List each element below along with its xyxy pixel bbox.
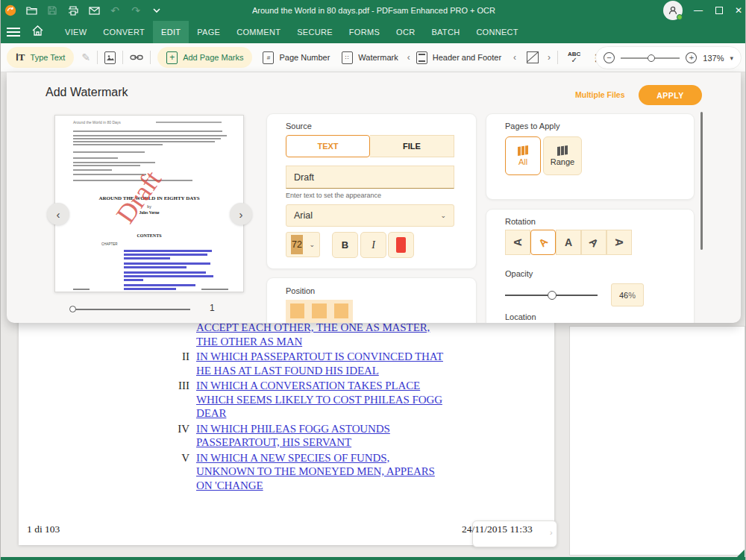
image-icon[interactable] bbox=[104, 51, 116, 64]
zoom-in-icon[interactable]: + bbox=[686, 52, 697, 63]
zoom-out-icon[interactable]: − bbox=[604, 52, 615, 63]
close-button[interactable]: ✕ bbox=[729, 0, 746, 21]
italic-button[interactable]: I bbox=[360, 232, 386, 258]
redo-icon[interactable]: ↷ bbox=[130, 4, 142, 16]
type-text-button[interactable]: ⅠT Type Text bbox=[7, 47, 74, 68]
link-line-placeholder bbox=[124, 250, 212, 252]
link-line-placeholder bbox=[124, 271, 206, 274]
dialog-scrollbar[interactable] bbox=[700, 112, 703, 250]
position-cell[interactable] bbox=[290, 303, 304, 318]
chapter-link[interactable]: IN WHICH PHILEAS FOGG ASTOUNDS bbox=[196, 422, 390, 436]
menu-forms[interactable]: FORMS bbox=[341, 21, 388, 43]
tab-file[interactable]: FILE bbox=[370, 135, 454, 157]
chapter-link[interactable]: WHICH SEEMS LIKELY TO COST PHILEAS FOGG bbox=[196, 393, 442, 407]
menu-page[interactable]: PAGE bbox=[189, 21, 228, 43]
watermark-preview-thumbnail: Around the World in 80 Days AROUND THE W… bbox=[54, 115, 244, 292]
resize-grip[interactable] bbox=[737, 550, 745, 557]
color-swatch-button[interactable] bbox=[388, 232, 414, 258]
font-size-select[interactable]: 72 ⌄ bbox=[286, 232, 320, 257]
chapter-link[interactable]: HE HAS AT LAST FOUND HIS IDEAL bbox=[196, 364, 443, 378]
chapter-link[interactable]: UNKNOWN TO THE MONEYED MEN, APPEARS bbox=[196, 465, 435, 479]
link-icon[interactable] bbox=[130, 51, 143, 64]
font-select-caret-icon: ⌄ bbox=[440, 212, 446, 219]
preview-prev-button[interactable]: ‹ bbox=[47, 203, 69, 225]
page-number-button[interactable]: # Page Number bbox=[263, 51, 330, 64]
app-logo-icon[interactable] bbox=[4, 4, 16, 16]
maximize-button[interactable] bbox=[709, 0, 729, 21]
bold-button[interactable]: B bbox=[332, 232, 358, 258]
pages-to-apply-label: Pages to Apply bbox=[505, 122, 560, 130]
text-line-placeholder bbox=[156, 122, 222, 123]
menu-secure[interactable]: SECURE bbox=[289, 21, 341, 43]
position-cell[interactable] bbox=[312, 303, 326, 318]
preview-next-button[interactable]: › bbox=[230, 203, 252, 225]
header-footer-button[interactable]: Header and Footer bbox=[416, 51, 501, 64]
menu-comment[interactable]: COMMENT bbox=[228, 21, 289, 43]
chevron-left-icon[interactable]: ‹ bbox=[513, 52, 516, 63]
pages-all-button[interactable]: All bbox=[505, 136, 541, 175]
signature-icon[interactable] bbox=[527, 51, 539, 63]
font-family-select[interactable]: Arial ⌄ bbox=[286, 204, 454, 227]
user-avatar[interactable] bbox=[663, 1, 683, 20]
opacity-label: Opacity bbox=[505, 269, 533, 278]
chapter-link[interactable]: DEAR bbox=[196, 406, 442, 421]
rotate-90-button[interactable]: A bbox=[606, 230, 632, 255]
undo-icon[interactable]: ↶ bbox=[109, 4, 121, 16]
home-icon[interactable] bbox=[32, 25, 43, 39]
open-file-icon[interactable] bbox=[25, 4, 37, 16]
preview-page-slider-thumb[interactable] bbox=[69, 306, 76, 312]
font-family-value: Arial bbox=[294, 210, 313, 221]
preview-page-slider[interactable] bbox=[72, 309, 190, 310]
pages-range-button[interactable]: Range bbox=[543, 136, 582, 175]
scroll-left-icon[interactable]: ‹ bbox=[407, 52, 410, 63]
spellcheck-button[interactable]: ABC ✓ bbox=[568, 51, 580, 63]
chapter-row: V IN WHICH A NEW SPECIES OF FUNDS, UNKNO… bbox=[177, 451, 475, 493]
watermark-button[interactable]: ∷ Watermark bbox=[342, 51, 398, 64]
menu-connect[interactable]: CONNECT bbox=[468, 21, 527, 43]
opacity-value-box[interactable]: 46 % bbox=[611, 283, 644, 306]
opacity-slider-thumb[interactable] bbox=[548, 291, 557, 300]
rotate-minus-90-button[interactable]: A bbox=[505, 230, 530, 255]
watermark-text-input[interactable]: Draft bbox=[286, 166, 454, 189]
add-page-marks-icon: + bbox=[166, 51, 178, 64]
mail-icon[interactable] bbox=[88, 4, 100, 16]
position-cell[interactable] bbox=[334, 303, 348, 318]
menu-batch[interactable]: BATCH bbox=[423, 21, 468, 43]
opacity-slider[interactable] bbox=[505, 295, 598, 296]
chapter-link[interactable]: IN WHICH PASSEPARTOUT IS CONVINCED THAT bbox=[196, 350, 443, 364]
print-icon[interactable] bbox=[67, 4, 79, 16]
divider bbox=[122, 51, 123, 64]
menu-items: VIEW CONVERT EDIT PAGE COMMENT SECURE FO… bbox=[57, 21, 527, 43]
chapter-link[interactable]: ON 'CHANGE bbox=[196, 479, 435, 493]
menu-view[interactable]: VIEW bbox=[57, 21, 95, 43]
pencil-icon[interactable]: ✎ bbox=[81, 51, 90, 63]
apply-button[interactable]: APPLY bbox=[639, 85, 702, 105]
save-icon[interactable] bbox=[46, 4, 58, 16]
menu-convert[interactable]: CONVERT bbox=[95, 21, 153, 43]
chevron-right-icon[interactable]: › bbox=[548, 52, 551, 63]
zoom-slider-thumb[interactable] bbox=[648, 54, 655, 62]
chevron-down-icon[interactable] bbox=[151, 4, 163, 16]
menu-ocr[interactable]: OCR bbox=[388, 21, 423, 43]
position-grid[interactable] bbox=[286, 300, 353, 323]
add-page-marks-button[interactable]: + Add Page Marks bbox=[157, 47, 252, 68]
multiple-files-link[interactable]: Multiple Files bbox=[575, 90, 625, 99]
chapter-link[interactable]: PASSEPARTOUT, HIS SERVANT bbox=[196, 435, 390, 450]
minimize-button[interactable]: — bbox=[689, 0, 708, 21]
rotation-glyph: A bbox=[512, 239, 524, 246]
popup-chevron-right-icon[interactable]: › bbox=[550, 528, 553, 537]
rotate-minus-45-button[interactable]: A bbox=[530, 230, 556, 255]
menu-edit[interactable]: EDIT bbox=[153, 21, 189, 43]
pages-range-icon bbox=[557, 145, 568, 156]
zoom-caret-icon[interactable]: ▾ bbox=[730, 54, 733, 62]
tab-text[interactable]: TEXT bbox=[286, 135, 370, 157]
hamburger-menu-icon[interactable] bbox=[7, 28, 20, 37]
chapter-link[interactable]: IN WHICH A CONVERSATION TAKES PLACE bbox=[196, 379, 442, 393]
zoom-level: 137% bbox=[703, 54, 724, 63]
rotate-45-button[interactable]: A bbox=[581, 230, 606, 255]
rotate-0-button[interactable]: A bbox=[556, 230, 581, 255]
chapter-link[interactable]: IN WHICH A NEW SPECIES OF FUNDS, bbox=[196, 451, 435, 465]
chapter-numeral bbox=[177, 321, 196, 348]
chapter-link[interactable]: THE OTHER AS MAN bbox=[196, 335, 430, 349]
zoom-slider[interactable] bbox=[621, 57, 680, 59]
